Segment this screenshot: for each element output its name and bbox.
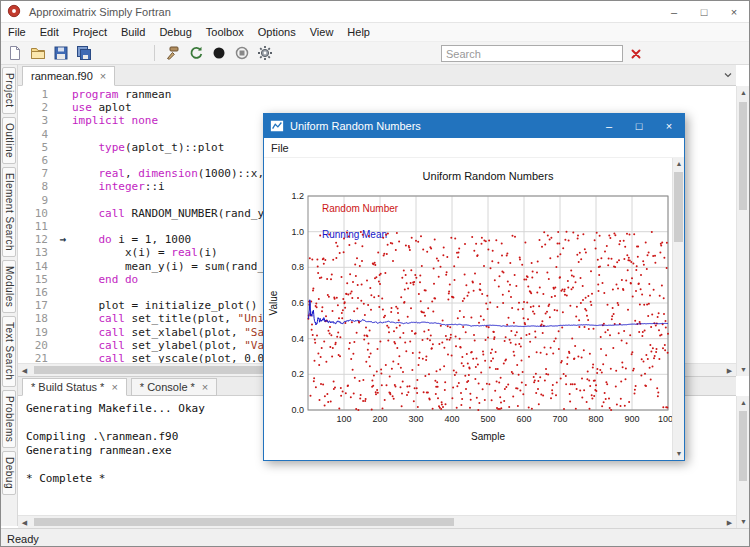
rebuild-icon[interactable] <box>186 43 206 63</box>
line-number: 2 <box>18 101 54 114</box>
chevron-down-icon[interactable] <box>722 69 734 81</box>
side-tab-project[interactable]: Project <box>2 67 16 114</box>
marker-margin <box>54 154 72 167</box>
svg-text:500: 500 <box>480 414 495 424</box>
build-icon[interactable] <box>163 43 183 63</box>
halt-icon[interactable] <box>232 43 252 63</box>
menu-toolbox[interactable]: Toolbox <box>199 23 251 42</box>
side-tab-modules[interactable]: Modules <box>2 260 16 313</box>
marker-margin <box>54 128 72 141</box>
line-number: 10 <box>18 207 54 220</box>
side-tab-text-search[interactable]: Text Search <box>2 316 16 386</box>
marker-margin <box>54 326 72 339</box>
menu-debug[interactable]: Debug <box>152 23 198 42</box>
scroll-up-icon[interactable]: ▲ <box>673 158 685 170</box>
line-number: 15 <box>18 273 54 286</box>
marker-margin <box>54 246 72 259</box>
menu-build[interactable]: Build <box>114 23 152 42</box>
marker-margin <box>54 207 72 220</box>
maximize-button[interactable]: □ <box>624 114 654 138</box>
scroll-down-icon[interactable]: ▼ <box>737 515 750 528</box>
open-project-icon[interactable] <box>28 43 48 63</box>
menu-edit[interactable]: Edit <box>33 23 66 42</box>
marker-margin <box>54 167 72 180</box>
line-number: 8 <box>18 180 54 193</box>
panel-tab-label: * Build Status * <box>31 381 104 393</box>
code-text: type(aplot_t)::plot <box>72 141 224 154</box>
panel-tab-label: * Console * <box>140 381 195 393</box>
plot-vertical-scrollbar[interactable]: ▲ ▼ <box>672 158 684 460</box>
marker-margin <box>54 312 72 325</box>
line-number: 4 <box>18 128 54 141</box>
svg-text:0.2: 0.2 <box>291 369 304 379</box>
y-axis-label: Value <box>268 290 279 315</box>
minimize-button[interactable]: – <box>594 114 624 138</box>
line-number: 9 <box>18 194 54 207</box>
editor-vertical-scrollbar[interactable]: ▲ ▼ <box>736 86 749 376</box>
close-icon[interactable]: × <box>111 382 117 392</box>
panel-vertical-scrollbar[interactable]: ▲ ▼ <box>736 396 749 528</box>
toolbar-groups <box>1 43 275 63</box>
code-text: do i = 1, 1000 <box>72 233 191 246</box>
window-controls: –□× <box>659 1 749 22</box>
new-file-icon[interactable] <box>5 43 25 63</box>
side-tab-label: Problems <box>4 396 15 442</box>
plot-window-titlebar[interactable]: Uniform Random Numbers –□× <box>264 114 684 138</box>
close-button[interactable]: × <box>654 114 684 138</box>
scroll-up-icon[interactable]: ▲ <box>737 86 750 99</box>
code-text: integer::i <box>72 180 165 193</box>
panel-tab-build-status[interactable]: * Build Status *× <box>22 378 127 396</box>
side-tab-problems[interactable]: Problems <box>2 390 16 448</box>
scroll-down-icon[interactable]: ▼ <box>737 363 750 376</box>
side-tab-element-search[interactable]: Element Search <box>2 167 16 257</box>
plot-menu-file[interactable]: File <box>264 138 296 158</box>
scroll-thumb[interactable] <box>739 102 747 210</box>
search-input[interactable] <box>441 45 623 62</box>
marker-margin <box>54 273 72 286</box>
menu-options[interactable]: Options <box>251 23 303 42</box>
line-number: 19 <box>18 326 54 339</box>
scroll-thumb[interactable] <box>34 518 454 526</box>
launch-icon[interactable] <box>209 43 229 63</box>
toolbar <box>1 42 749 65</box>
close-icon[interactable]: × <box>100 71 106 81</box>
close-icon[interactable]: × <box>202 382 208 392</box>
code-text: call set_ylabel(plot, "Va <box>72 339 264 352</box>
legend-running-mean: Running Mean <box>322 229 387 240</box>
svg-text:0.4: 0.4 <box>291 334 304 344</box>
plot-window-icon <box>270 119 284 133</box>
titlebar: Approximatrix Simply Fortran –□× <box>1 1 749 23</box>
side-tab-label: Project <box>4 73 15 108</box>
scroll-thumb[interactable] <box>739 411 747 481</box>
clear-search-button[interactable] <box>628 46 644 62</box>
scroll-up-icon[interactable]: ▲ <box>737 396 750 409</box>
line-number: 5 <box>18 141 54 154</box>
panel-tab-console[interactable]: * Console *× <box>131 378 217 396</box>
window-title: Approximatrix Simply Fortran <box>29 6 171 18</box>
save-icon[interactable] <box>51 43 71 63</box>
maximize-button[interactable]: □ <box>689 1 719 22</box>
scroll-down-icon[interactable]: ▼ <box>673 448 685 460</box>
build-settings-icon[interactable] <box>255 43 275 63</box>
line-number: 3 <box>18 114 54 127</box>
menu-project[interactable]: Project <box>66 23 114 42</box>
svg-text:900: 900 <box>624 414 639 424</box>
side-tab-debug[interactable]: Debug <box>2 451 16 495</box>
line-number: 18 <box>18 312 54 325</box>
menu-view[interactable]: View <box>303 23 341 42</box>
x-axis-label: Sample <box>471 431 505 442</box>
svg-text:1.2: 1.2 <box>291 191 304 201</box>
panel-horizontal-scrollbar[interactable]: ◀ ▶ <box>18 515 736 528</box>
save-all-icon[interactable] <box>74 43 94 63</box>
scroll-thumb[interactable] <box>674 172 683 242</box>
side-tab-outline[interactable]: Outline <box>2 117 16 164</box>
editor-tab-ranmean[interactable]: ranmean.f90 × <box>22 66 115 86</box>
side-tab-label: Debug <box>4 457 15 489</box>
svg-text:0.6: 0.6 <box>291 298 304 308</box>
close-button[interactable]: × <box>719 1 749 22</box>
marker-margin <box>54 88 72 101</box>
code-text: use aplot <box>72 101 132 114</box>
minimize-button[interactable]: – <box>659 1 689 22</box>
menu-file[interactable]: File <box>1 23 33 42</box>
menu-help[interactable]: Help <box>340 23 377 42</box>
